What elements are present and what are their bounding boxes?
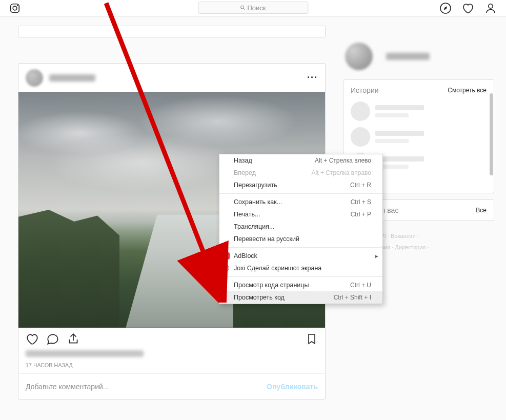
heart-icon[interactable] [462,2,474,14]
nav-icons [439,2,497,14]
stories-see-all[interactable]: Смотреть все [448,87,487,94]
publish-button[interactable]: Опубликовать [267,383,318,391]
post-comment-row: Опубликовать [18,373,325,399]
joxi-icon [222,265,230,272]
cm-separator [219,247,382,248]
cm-label: Перезагрузить [234,182,277,189]
top-navigation: Поиск [0,0,506,16]
post-header: ··· [18,64,325,92]
cm-forward: Вперед Alt + Стрелка вправо [219,167,382,179]
cm-label: Вперед [234,169,256,176]
story-item[interactable] [351,98,487,124]
story-text-placeholder [375,131,424,143]
stories-header: Истории Смотреть все [351,86,487,94]
post-author-avatar[interactable] [26,69,43,87]
cm-separator [219,193,382,194]
svg-point-2 [17,5,18,6]
post-actions [18,328,325,350]
story-avatar [351,102,370,121]
sidebar-profile-name-blurred [386,53,430,60]
comment-icon[interactable] [46,332,59,346]
post-caption [18,350,325,360]
share-icon[interactable] [67,332,80,346]
search-icon [240,5,245,10]
cm-shortcut: Alt + Стрелка вправо [312,169,371,176]
recommendations-all[interactable]: Все [476,207,487,214]
cm-label: Просмотр кода страницы [234,282,309,289]
svg-point-1 [13,6,17,10]
stories-scrollbar-thumb[interactable] [490,93,493,175]
cm-view-source[interactable]: Просмотр кода страницы Ctrl + U [219,279,382,291]
cm-label: Печать... [234,211,260,218]
cm-reload[interactable]: Перезагрузить Ctrl + R [219,179,382,191]
cm-print[interactable]: Печать... Ctrl + P [219,208,382,221]
post-caption-blurred [26,350,144,357]
bookmark-icon[interactable] [306,333,318,345]
sidebar-profile[interactable] [343,43,494,70]
story-avatar [351,127,370,147]
explore-icon[interactable] [439,2,452,14]
cm-shortcut: Ctrl + Shift + I [334,294,371,301]
cm-label: Назад [234,157,252,164]
cm-inspect[interactable]: Просмотреть код Ctrl + Shift + I [219,291,382,304]
cm-adblock[interactable]: AdBlock [219,250,382,262]
svg-marker-6 [444,6,447,10]
story-item[interactable] [351,124,487,150]
cm-label: Joxi Сделай скриншот экрана [234,265,321,272]
comment-input[interactable] [26,383,267,391]
cm-translate[interactable]: Перевести на русский [219,233,382,245]
post-image-trees-left [18,210,119,328]
cm-label: Трансляция... [234,223,274,230]
like-icon[interactable] [26,332,39,346]
sidebar-profile-avatar [345,43,373,70]
post-more-button[interactable]: ··· [307,72,318,83]
cm-back[interactable]: Назад Alt + Стрелка влево [219,154,382,167]
search-placeholder: Поиск [247,4,266,12]
cm-label: Перевести на русский [234,235,299,243]
cm-label: Сохранить как... [234,198,282,206]
adblock-icon [222,252,230,259]
instagram-logo-icon[interactable] [9,3,21,14]
story-text-placeholder [375,105,424,117]
cm-shortcut: Ctrl + U [350,282,371,289]
cm-shortcut: Ctrl + S [351,198,371,206]
profile-icon[interactable] [484,2,497,14]
stories-title: Истории [351,86,379,94]
cm-cast[interactable]: Трансляция... [219,221,382,233]
cm-save-as[interactable]: Сохранить как... Ctrl + S [219,196,382,208]
svg-line-4 [244,8,245,10]
cm-shortcut: Ctrl + P [351,211,371,218]
cm-shortcut: Ctrl + R [350,182,371,189]
cm-joxi[interactable]: Joxi Сделай скриншот экрана [219,262,382,274]
cm-label: Просмотреть код [234,294,285,301]
post-author-name-blurred[interactable] [49,74,95,82]
search-input[interactable]: Поиск [198,2,308,14]
post-timestamp: 17 ЧАСОВ НАЗАД [18,360,325,373]
svg-point-7 [489,4,493,8]
context-menu: Назад Alt + Стрелка влево Вперед Alt + С… [219,154,383,304]
cm-label: AdBlock [234,252,257,259]
cm-separator [219,276,382,277]
svg-point-3 [241,6,244,9]
previous-post-card-fragment [18,26,326,37]
cm-shortcut: Alt + Стрелка влево [315,157,371,164]
